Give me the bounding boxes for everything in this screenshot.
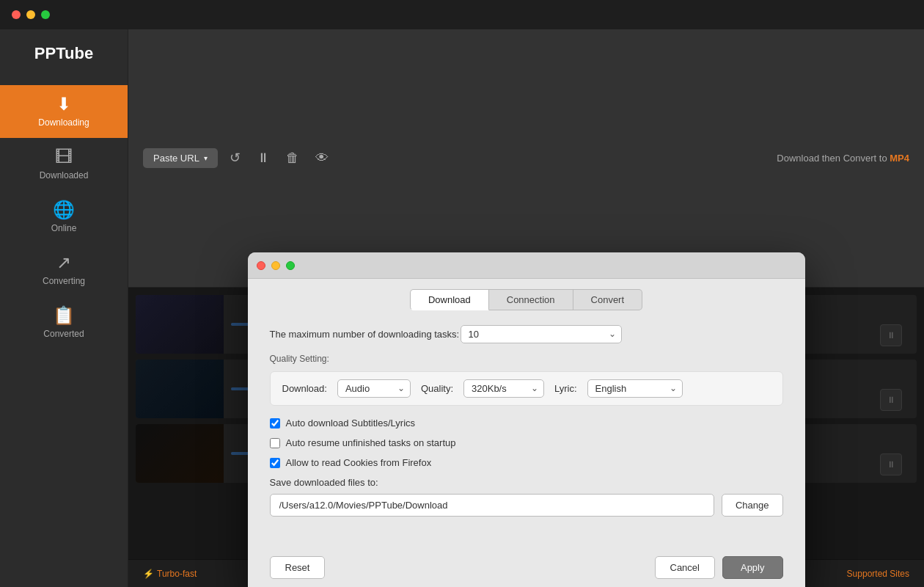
eye-button[interactable]: 👁	[311, 147, 333, 169]
modal-footer: Reset Cancel Apply	[248, 546, 805, 587]
save-label: Save downloaded files to:	[270, 477, 783, 488]
max-tasks-label: The maximum number of downloading tasks:	[270, 329, 461, 340]
supported-sites-link[interactable]: Supported Sites	[847, 569, 909, 579]
app-container: PPTube ⬇ Downloading 🎞 Downloaded 🌐 Onli…	[0, 29, 924, 587]
sidebar-item-label: Converting	[43, 276, 85, 286]
resume-label: Auto resume unfinished tasks on startup	[286, 437, 456, 448]
tab-convert[interactable]: Convert	[573, 289, 643, 310]
globe-icon: 🌐	[53, 201, 75, 219]
modal-titlebar	[248, 252, 805, 279]
path-row: Change	[270, 494, 783, 517]
sidebar-item-downloading[interactable]: ⬇ Downloading	[0, 85, 128, 138]
sidebar-item-downloaded[interactable]: 🎞 Downloaded	[0, 138, 128, 191]
sidebar: PPTube ⬇ Downloading 🎞 Downloaded 🌐 Onli…	[0, 29, 128, 587]
download-type-select[interactable]: Audio Video	[337, 379, 411, 398]
cookies-label: Allow to read Cookies from Firefox	[286, 457, 432, 468]
quality-section-label: Quality Setting:	[270, 354, 783, 364]
refresh-button[interactable]: ↺	[225, 147, 245, 169]
sidebar-item-online[interactable]: 🌐 Online	[0, 191, 128, 244]
turbo-label: Turbo-fast	[157, 569, 197, 579]
paste-url-button[interactable]: Paste URL ▾	[143, 148, 218, 168]
modal-tabs: Download Connection Convert	[248, 279, 805, 310]
subtitles-checkbox[interactable]	[270, 418, 280, 429]
max-tasks-select-wrap: 10 5 3 1	[461, 325, 622, 343]
footer-right: Cancel Apply	[655, 556, 783, 579]
sidebar-item-label: Converted	[43, 329, 84, 339]
dropdown-arrow-icon: ▾	[204, 154, 208, 162]
video-list: ⏸ ⏸	[128, 288, 924, 560]
download-icon: ⬇	[56, 95, 71, 113]
download-type-select-wrap: Audio Video	[337, 379, 411, 398]
modal-body: The maximum number of downloading tasks:…	[248, 310, 805, 546]
pause-button[interactable]: ⏸	[252, 147, 274, 169]
close-icon[interactable]	[12, 10, 21, 19]
sidebar-item-converting[interactable]: ↗ Converting	[0, 244, 128, 296]
quality-select-wrap: 320Kb/s 256Kb/s 192Kb/s 128Kb/s	[463, 379, 544, 398]
modal-maximize-icon[interactable]	[286, 261, 295, 270]
cancel-button[interactable]: Cancel	[655, 556, 715, 579]
max-tasks-select[interactable]: 10 5 3 1	[461, 325, 622, 343]
lyric-select[interactable]: English Chinese Japanese Korean	[587, 379, 683, 398]
checkbox-cookies-row: Allow to read Cookies from Firefox	[270, 457, 783, 468]
header-right-accent: MP4	[890, 153, 909, 164]
modal-close-icon[interactable]	[257, 261, 265, 270]
subtitles-label: Auto download Subtitles/Lyrics	[286, 418, 416, 429]
tab-download[interactable]: Download	[410, 289, 489, 310]
lyric-label: Lyric:	[554, 383, 577, 394]
lyric-select-wrap: English Chinese Japanese Korean	[587, 379, 683, 398]
content-area: Paste URL ▾ ↺ ⏸ 🗑 👁 Download then Conver…	[128, 29, 924, 587]
toolbar: Paste URL ▾ ↺ ⏸ 🗑 👁 Download then Conver…	[128, 29, 924, 288]
download-label: Download:	[282, 383, 327, 394]
checkbox-resume-row: Auto resume unfinished tasks on startup	[270, 437, 783, 448]
sidebar-item-label: Downloaded	[40, 170, 89, 181]
app-titlebar	[0, 0, 924, 29]
sidebar-item-label: Downloading	[38, 117, 89, 128]
apply-button[interactable]: Apply	[722, 556, 783, 579]
delete-button[interactable]: 🗑	[282, 147, 304, 169]
sidebar-item-converted[interactable]: 📋 Converted	[0, 296, 128, 349]
modal-overlay: Download Connection Convert The maximum …	[128, 288, 924, 560]
turbo-button[interactable]: ⚡ Turbo-fast	[143, 569, 197, 579]
quality-select[interactable]: 320Kb/s 256Kb/s 192Kb/s 128Kb/s	[463, 379, 544, 398]
header-right: Download then Convert to MP4	[777, 153, 909, 164]
checkbox-subtitles-row: Auto download Subtitles/Lyrics	[270, 418, 783, 429]
preferences-modal: Download Connection Convert The maximum …	[248, 252, 805, 587]
quality-label: Quality:	[421, 383, 453, 394]
paste-url-label: Paste URL	[153, 153, 199, 164]
main-area: Paste URL ▾ ↺ ⏸ 🗑 👁 Download then Conver…	[128, 29, 924, 587]
resume-checkbox[interactable]	[270, 438, 280, 448]
maximize-icon[interactable]	[41, 10, 50, 19]
minimize-icon[interactable]	[26, 10, 35, 19]
turbo-icon: ⚡	[143, 569, 154, 579]
tab-connection[interactable]: Connection	[489, 289, 573, 310]
max-tasks-row: The maximum number of downloading tasks:…	[270, 325, 783, 343]
save-path-input[interactable]	[270, 494, 714, 517]
reset-button[interactable]: Reset	[270, 556, 326, 579]
film-icon: 🎞	[55, 148, 73, 166]
cookies-checkbox[interactable]	[270, 458, 280, 468]
app-logo: PPTube	[34, 37, 93, 70]
header-right-text: Download then Convert to	[777, 153, 887, 164]
quality-row: Download: Audio Video Quality:	[270, 371, 783, 406]
modal-minimize-icon[interactable]	[271, 261, 280, 270]
convert-icon: ↗	[56, 254, 71, 271]
change-button[interactable]: Change	[722, 494, 783, 517]
converted-icon: 📋	[53, 307, 75, 324]
sidebar-item-label: Online	[51, 223, 77, 233]
